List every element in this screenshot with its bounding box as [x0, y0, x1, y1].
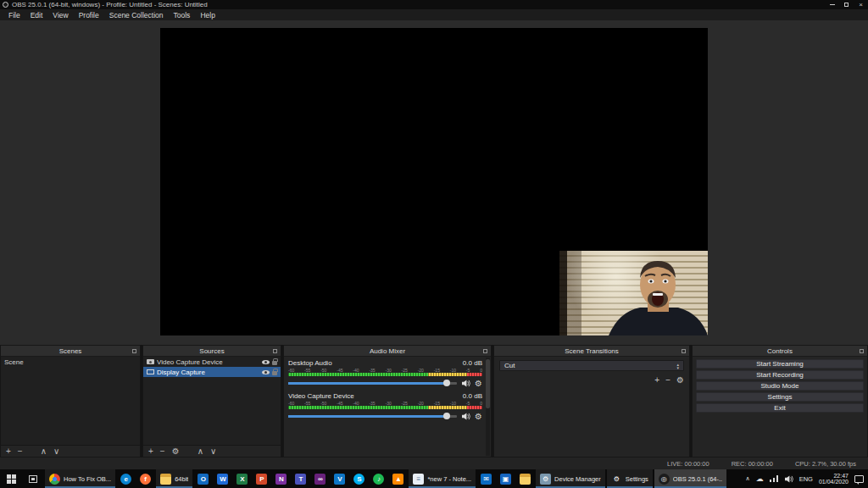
menu-help[interactable]: Help — [195, 9, 220, 20]
taskbar-onenote-button[interactable]: N — [271, 469, 291, 488]
dock-float-icon[interactable] — [132, 349, 136, 353]
action-center-icon[interactable] — [854, 475, 864, 483]
taskbar-mail-button[interactable]: ✉ — [476, 469, 496, 488]
taskbar-explorer-button[interactable]: 64bit — [156, 469, 192, 488]
sources-list[interactable]: Video Capture Device Display Capture — [143, 357, 281, 445]
device-manager-icon: ⚙ — [540, 474, 551, 485]
taskbar-chrome-button[interactable]: How To Fix OB... — [45, 469, 115, 488]
move-scene-up-button[interactable]: ∧ — [41, 447, 47, 456]
taskbar-settings-button[interactable]: ⚙Settings — [607, 469, 653, 488]
menu-tools[interactable]: Tools — [169, 9, 196, 20]
channel-gear-icon[interactable]: ⚙ — [475, 413, 482, 421]
minimize-button[interactable] — [825, 0, 839, 9]
close-button[interactable]: × — [854, 0, 868, 9]
taskbar-spotify-button[interactable]: ♪ — [369, 469, 388, 488]
taskbar-visual-studio-button[interactable]: ∞ — [310, 469, 330, 488]
taskbar-button-label: OBS 25.0.1 (64-... — [673, 475, 722, 483]
source-row-video-capture[interactable]: Video Capture Device — [143, 357, 281, 367]
slider-handle[interactable] — [443, 380, 450, 386]
speaker-icon[interactable] — [461, 380, 470, 387]
onedrive-cloud-icon[interactable]: ☁ — [756, 474, 764, 483]
add-scene-button[interactable]: + — [6, 447, 11, 456]
taskbar-teams-button[interactable]: T — [291, 469, 310, 488]
scene-list-item[interactable]: Scene — [1, 357, 140, 367]
program-canvas[interactable] — [160, 28, 708, 336]
start-recording-button[interactable]: Start Recording — [696, 370, 864, 380]
taskbar-edge-button[interactable]: e — [116, 469, 136, 488]
lock-icon[interactable] — [272, 361, 277, 365]
taskbar-word-button[interactable]: W — [213, 469, 232, 488]
language-indicator[interactable]: ENG — [799, 475, 813, 483]
remove-source-button[interactable]: − — [160, 447, 165, 456]
add-transition-button[interactable]: + — [654, 376, 659, 385]
move-scene-down-button[interactable]: ∨ — [53, 447, 59, 456]
sources-header[interactable]: Sources — [143, 346, 281, 357]
task-view-button[interactable] — [22, 469, 44, 488]
taskbar-folder-button[interactable] — [515, 469, 535, 488]
remove-scene-button[interactable]: − — [18, 447, 23, 456]
dock-float-icon[interactable] — [682, 349, 686, 353]
mixer-scrollbar[interactable] — [486, 358, 490, 456]
transition-select[interactable]: Cut ▴▾ — [499, 360, 684, 371]
menu-profile[interactable]: Profile — [74, 9, 104, 20]
network-icon[interactable] — [770, 475, 778, 482]
taskbar-skype-button[interactable]: S — [349, 469, 369, 488]
taskbar-excel-button[interactable]: X — [232, 469, 252, 488]
remove-transition-button[interactable]: − — [665, 376, 670, 385]
start-button[interactable] — [0, 469, 22, 488]
visibility-eye-icon[interactable] — [262, 360, 270, 364]
menu-edit[interactable]: Edit — [25, 9, 48, 20]
taskbar-obs-button[interactable]: ◎OBS 25.0.1 (64-... — [654, 469, 726, 488]
minimize-icon — [830, 4, 835, 5]
source-row-display-capture[interactable]: Display Capture — [143, 367, 281, 377]
preview-area — [0, 20, 868, 345]
maximize-button[interactable] — [839, 0, 854, 9]
taskbar-vlc-button[interactable]: ▲ — [388, 469, 408, 488]
clock[interactable]: 22:47 01/04/2020 — [819, 473, 849, 485]
settings-button[interactable]: Settings — [696, 392, 864, 402]
taskbar-powerpoint-button[interactable]: P — [252, 469, 271, 488]
dock-float-icon[interactable] — [483, 349, 487, 353]
slider-handle[interactable] — [443, 413, 450, 419]
studio-mode-button[interactable]: Studio Mode — [696, 381, 864, 391]
exit-button[interactable]: Exit — [696, 403, 864, 413]
move-source-up-button[interactable]: ∧ — [198, 447, 203, 456]
transitions-header[interactable]: Scene Transitions — [494, 346, 689, 357]
volume-slider[interactable] — [288, 412, 457, 421]
mixer-header[interactable]: Audio Mixer — [284, 346, 491, 357]
tray-volume-icon[interactable] — [784, 475, 793, 483]
vlc-icon: ▲ — [392, 474, 403, 485]
transition-selected-value: Cut — [504, 362, 515, 369]
visibility-eye-icon[interactable] — [262, 370, 270, 374]
scenes-list[interactable]: Scene — [1, 357, 140, 445]
start-streaming-button[interactable]: Start Streaming — [696, 359, 864, 369]
taskbar-outlook-button[interactable]: O — [193, 469, 213, 488]
add-source-button[interactable]: + — [148, 447, 153, 456]
taskbar-photos-button[interactable]: ▣ — [496, 469, 515, 488]
combo-spinner-icon[interactable]: ▴▾ — [676, 363, 679, 369]
speaker-icon[interactable] — [461, 413, 470, 420]
move-source-down-button[interactable]: ∨ — [210, 447, 216, 456]
taskbar-notepad-button[interactable]: ≡*new 7 - Note... — [409, 469, 476, 488]
dock-float-icon[interactable] — [273, 349, 277, 353]
lock-icon[interactable] — [272, 371, 277, 375]
taskbar-device-manager-button[interactable]: ⚙Device Manager — [536, 469, 605, 488]
webcam-overlay[interactable] — [559, 251, 708, 336]
scenes-header[interactable]: Scenes — [1, 346, 140, 357]
source-properties-gear-icon[interactable]: ⚙ — [172, 447, 180, 456]
audio-mixer-panel: Audio Mixer Desktop Audio 0.0 dB -60-55-… — [283, 345, 492, 458]
taskbar-vscode-button[interactable]: V — [330, 469, 349, 488]
taskbar: How To Fix OB...ef64bitOWXPNT∞VS♪▲≡*new … — [0, 469, 868, 488]
menu-scene-collection[interactable]: Scene Collection — [104, 9, 169, 20]
firefox-icon: f — [140, 474, 151, 485]
transition-properties-gear-icon[interactable]: ⚙ — [676, 376, 684, 385]
controls-header[interactable]: Controls — [693, 346, 867, 357]
dock-float-icon[interactable] — [860, 349, 864, 353]
titlebar[interactable]: OBS 25.0.1 (64-bit, windows) - Profile: … — [0, 0, 868, 9]
menu-file[interactable]: File — [3, 9, 25, 20]
menu-view[interactable]: View — [47, 9, 73, 20]
volume-slider[interactable] — [288, 379, 457, 388]
taskbar-firefox-button[interactable]: f — [136, 469, 155, 488]
hidden-icons-chevron-icon[interactable]: ∧ — [746, 475, 750, 482]
channel-gear-icon[interactable]: ⚙ — [475, 380, 482, 388]
